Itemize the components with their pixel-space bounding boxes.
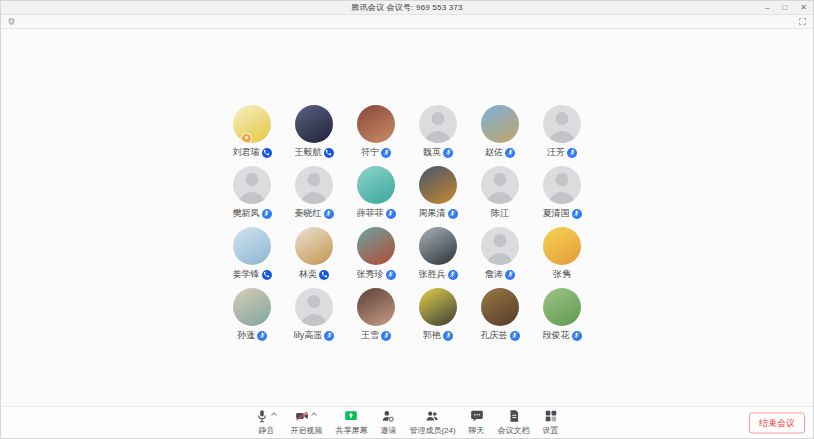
participant-grid: 刘君瑞 王毅航 符宁 (221, 105, 593, 340)
participant-tile[interactable]: 樊新凤 (221, 166, 283, 218)
participant-avatar (543, 288, 581, 326)
toolbar-button-microphone[interactable]: 静音 (255, 409, 277, 436)
chevron-up-icon[interactable] (271, 412, 277, 418)
participant-avatar (419, 166, 457, 204)
participant-tile[interactable]: 詹涛 (469, 227, 531, 279)
toolbar-button-invite[interactable]: 邀请 (380, 409, 396, 436)
status-bar (1, 15, 813, 29)
participant-tile[interactable]: 周果清 (407, 166, 469, 218)
participant-tile[interactable]: lily高遥 (283, 288, 345, 340)
participant-tile[interactable]: 郭艳 (407, 288, 469, 340)
toolbar-button-settings[interactable]: 设置 (543, 409, 559, 436)
mic-muted-icon (505, 148, 515, 158)
participant-tile[interactable]: 汪芳 (531, 105, 593, 157)
participant-avatar (481, 166, 519, 204)
participant-tile[interactable]: 王毅航 (283, 105, 345, 157)
mic-muted-icon (443, 148, 453, 158)
mic-muted-icon (262, 209, 272, 219)
toolbar-button-camera-off[interactable]: 开启视频 (290, 409, 322, 436)
invite-icon (381, 409, 395, 423)
minimize-button[interactable]: – (763, 1, 771, 14)
participant-name: 赵佐 (485, 146, 503, 159)
mic-muted-icon (448, 209, 458, 219)
phone-audio-icon (262, 270, 272, 280)
participant-name: 秦晓红 (295, 207, 322, 220)
mic-muted-icon (448, 270, 458, 280)
participant-avatar (233, 105, 271, 143)
participant-name: 张胜兵 (419, 268, 446, 281)
phone-audio-icon (319, 270, 329, 280)
participant-tile[interactable]: 王雪 (345, 288, 407, 340)
participant-tile[interactable]: 张隽 (531, 227, 593, 279)
window-controls: – □ ✕ (763, 1, 809, 14)
participant-name: lily高遥 (294, 329, 323, 342)
participant-name: 林奕 (299, 268, 317, 281)
participant-name: 陈江 (491, 207, 509, 220)
participant-tile[interactable]: 孔庆芸 (469, 288, 531, 340)
participant-tile[interactable]: 张胜兵 (407, 227, 469, 279)
participant-tile[interactable]: 刘君瑞 (221, 105, 283, 157)
mic-muted-icon (381, 331, 391, 341)
mic-muted-icon (572, 209, 582, 219)
phone-audio-icon (324, 148, 334, 158)
participant-name: 符宁 (361, 146, 379, 159)
participant-tile[interactable]: 魏英 (407, 105, 469, 157)
participant-name: 王雪 (361, 329, 379, 342)
participant-tile[interactable]: 赵佐 (469, 105, 531, 157)
maximize-button[interactable]: □ (780, 1, 789, 14)
participant-tile[interactable]: 夏清国 (531, 166, 593, 218)
participant-avatar (295, 227, 333, 265)
participant-avatar (357, 166, 395, 204)
meeting-window: 腾讯会议 会议号: 969 553 373 – □ ✕ 刘君瑞 (0, 0, 814, 439)
camera-off-icon (295, 409, 309, 423)
shield-icon[interactable] (7, 17, 16, 26)
participant-avatar (543, 166, 581, 204)
participant-tile[interactable]: 段俊花 (531, 288, 593, 340)
toolbar-button-members[interactable]: 管理成员(24) (409, 409, 455, 436)
status-badge-orange (242, 134, 251, 143)
participant-avatar (481, 288, 519, 326)
participant-tile[interactable]: 孙蓬 (221, 288, 283, 340)
participant-tile[interactable]: 姜学锋 (221, 227, 283, 279)
mic-muted-icon (505, 270, 515, 280)
participant-name: 樊新凤 (233, 207, 260, 220)
members-icon (425, 409, 439, 423)
participant-avatar (419, 105, 457, 143)
participant-name: 薛菲菲 (357, 207, 384, 220)
participant-tile[interactable]: 秦晓红 (283, 166, 345, 218)
participant-tile[interactable]: 张秀珍 (345, 227, 407, 279)
mic-muted-icon (567, 148, 577, 158)
title-bar: 腾讯会议 会议号: 969 553 373 – □ ✕ (1, 1, 813, 15)
participant-tile[interactable]: 林奕 (283, 227, 345, 279)
fullscreen-icon[interactable] (798, 17, 807, 26)
participant-tile[interactable]: 符宁 (345, 105, 407, 157)
participant-tile[interactable]: 陈江 (469, 166, 531, 218)
end-meeting-button[interactable]: 结束会议 (749, 412, 805, 433)
mic-muted-icon (257, 331, 267, 341)
participant-tile[interactable]: 薛菲菲 (345, 166, 407, 218)
window-title: 腾讯会议 会议号: 969 553 373 (1, 1, 813, 14)
gallery-area: 刘君瑞 王毅航 符宁 (1, 28, 813, 407)
participant-name: 孙蓬 (237, 329, 255, 342)
participant-name: 段俊花 (543, 329, 570, 342)
participant-avatar (295, 105, 333, 143)
toolbar-button-chat[interactable]: 聊天 (469, 409, 485, 436)
participant-avatar (543, 105, 581, 143)
mic-muted-icon (386, 270, 396, 280)
participant-avatar (357, 105, 395, 143)
participant-avatar (357, 288, 395, 326)
mic-muted-icon (510, 331, 520, 341)
mic-muted-icon (386, 209, 396, 219)
participant-avatar (481, 105, 519, 143)
participant-name: 张秀珍 (357, 268, 384, 281)
toolbar-button-document[interactable]: 会议文档 (498, 409, 530, 436)
participant-avatar (357, 227, 395, 265)
participant-name: 孔庆芸 (481, 329, 508, 342)
chevron-up-icon[interactable] (311, 412, 317, 418)
close-button[interactable]: ✕ (798, 1, 809, 14)
participant-avatar (295, 166, 333, 204)
participant-name: 詹涛 (485, 268, 503, 281)
toolbar-button-share-screen[interactable]: 共享屏幕 (335, 409, 367, 436)
participant-avatar (419, 227, 457, 265)
document-icon (507, 409, 521, 423)
